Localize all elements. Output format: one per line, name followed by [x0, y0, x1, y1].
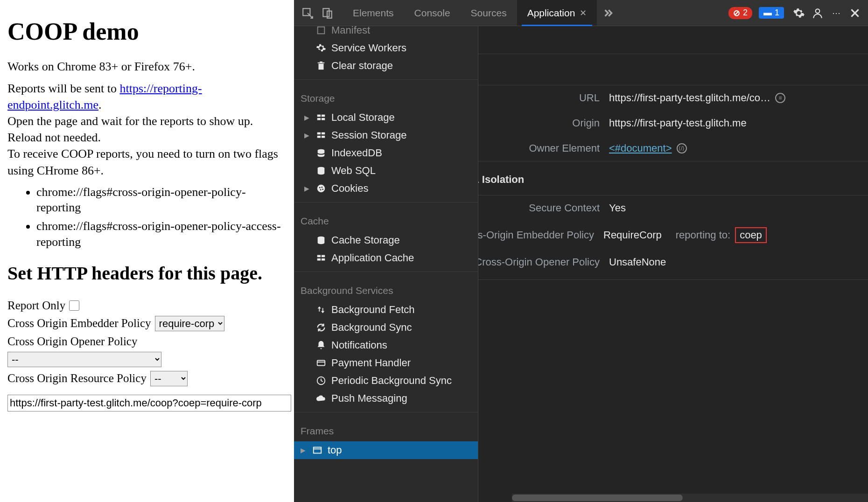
trash-icon [315, 60, 327, 71]
box-icon [315, 26, 327, 36]
devtools-tabbar: Elements Console Sources Application ✕ ⊘… [294, 0, 868, 26]
url-input[interactable] [7, 395, 291, 411]
sidebar-item-payment[interactable]: ▶ Payment Handler [294, 354, 478, 372]
coop-value: UnsafeNone [609, 256, 666, 268]
settings-icon[interactable] [791, 5, 807, 21]
chevron-right-icon: ▶ [301, 446, 307, 454]
tab-application[interactable]: Application ✕ [517, 0, 597, 26]
sidebar-item-push[interactable]: ▶ Push Messaging [294, 390, 478, 407]
svg-rect-10 [322, 132, 325, 135]
svg-rect-5 [317, 115, 321, 117]
intro-text: Works on Chrome 83+ or Firefox 76+. [7, 58, 287, 75]
svg-rect-25 [317, 361, 325, 366]
sidebar-item-indexeddb[interactable]: ▶ IndexedDB [294, 144, 478, 162]
grid-icon [315, 130, 327, 141]
sidebar-item-label: Push Messaging [331, 392, 407, 404]
sidebar-item-cookies[interactable]: ▶ Cookies [294, 180, 478, 197]
page-title: COOP demo [7, 18, 287, 45]
reveal-icon[interactable]: ≡ [775, 93, 785, 103]
sidebar-item-service-workers[interactable]: ▶ Service Workers [294, 39, 478, 57]
corp-label: Cross Origin Resource Policy [7, 372, 147, 385]
sidebar-item-label: Application Cache [331, 252, 414, 264]
flag-item: chrome://flags#cross-origin-opener-polic… [36, 218, 287, 250]
svg-rect-22 [322, 255, 325, 258]
sidebar-item-label: Cache Storage [331, 234, 400, 246]
coep-select[interactable]: require-corp [155, 316, 224, 331]
sidebar-item-label: Payment Handler [331, 357, 411, 369]
inspect-icon[interactable] [299, 4, 316, 22]
error-badge[interactable]: ⊘2 [728, 7, 752, 19]
tab-elements[interactable]: Elements [343, 0, 404, 26]
svg-rect-23 [317, 258, 321, 261]
updown-icon [315, 304, 327, 315]
more-menu-icon[interactable]: ⋯ [828, 5, 845, 21]
sidebar-item-label: Background Fetch [331, 304, 415, 316]
tab-application-label: Application [527, 7, 575, 19]
sidebar-item-label: Web SQL [331, 165, 376, 177]
receive-text: To receive COOP reports, you need to tur… [7, 147, 278, 177]
sidebar-item-notifications[interactable]: ▶ Notifications [294, 336, 478, 354]
sidebar-item-bg-fetch[interactable]: ▶ Background Fetch [294, 301, 478, 319]
reveal-icon[interactable]: ⟨/⟩ [677, 143, 687, 153]
sidebar-item-label: Background Sync [331, 321, 412, 334]
svg-rect-6 [322, 115, 325, 117]
svg-point-19 [322, 188, 323, 190]
origin-label: Origin [478, 117, 600, 129]
reports-pre: Reports will be sent to [7, 82, 119, 95]
window-icon [312, 445, 323, 456]
sidebar-item-session-storage[interactable]: ▶ Session Storage [294, 126, 478, 144]
security-section-header: urity & Isolation [478, 161, 868, 195]
svg-rect-9 [317, 132, 321, 135]
sidebar-item-label: Notifications [331, 339, 387, 351]
reports-paragraph: Reports will be sent to https://reportin… [7, 80, 287, 179]
frames-section-title: Frames [294, 417, 478, 441]
sidebar-item-local-storage[interactable]: ▶ Local Storage [294, 109, 478, 126]
sidebar-item-periodic-sync[interactable]: ▶ Periodic Background Sync [294, 372, 478, 390]
more-tabs-icon[interactable] [599, 4, 616, 22]
error-count: 2 [743, 8, 748, 18]
sidebar-item-label: Clear storage [331, 60, 393, 72]
svg-rect-24 [322, 258, 325, 261]
database-icon [315, 235, 327, 246]
card-icon [315, 357, 327, 369]
svg-point-16 [319, 187, 321, 188]
sidebar-item-frame-top[interactable]: ▶ top [294, 441, 478, 459]
sidebar-item-cache-storage[interactable]: ▶ Cache Storage [294, 231, 478, 249]
url-value: https://first-party-test.glitch.me/co… [609, 92, 770, 104]
close-devtools-icon[interactable] [847, 5, 863, 21]
issues-badge[interactable]: ▬1 [759, 7, 784, 19]
coep-value: RequireCorp [603, 229, 662, 241]
device-toggle-icon[interactable] [318, 4, 336, 22]
close-icon[interactable]: ✕ [580, 8, 587, 18]
cloud-icon [315, 393, 327, 404]
svg-rect-1 [323, 8, 329, 16]
clock-icon [315, 375, 327, 386]
sidebar-item-clear-storage[interactable]: ▶ Clear storage [294, 57, 478, 75]
horizontal-scrollbar[interactable] [512, 494, 868, 502]
grid-icon [315, 112, 327, 123]
svg-rect-21 [317, 255, 321, 258]
cache-section-title: Cache [294, 207, 478, 231]
tab-console[interactable]: Console [404, 0, 461, 26]
report-only-checkbox[interactable] [69, 300, 79, 311]
sidebar-item-application-cache[interactable]: ▶ Application Cache [294, 249, 478, 267]
open-page-text: Open the page and wait for the reports t… [7, 114, 253, 144]
corp-select[interactable]: -- [150, 371, 188, 386]
storage-section-title: Storage [294, 84, 478, 109]
coop-select[interactable]: -- [7, 352, 161, 367]
owner-element-link[interactable]: <#document> [609, 142, 672, 154]
sidebar-item-manifest[interactable]: ▶ Manifest [294, 26, 478, 39]
sidebar-item-bg-sync[interactable]: ▶ Background Sync [294, 319, 478, 336]
devtools-panel: Elements Console Sources Application ✕ ⊘… [294, 0, 868, 502]
sidebar-item-websql[interactable]: ▶ Web SQL [294, 162, 478, 180]
grid-icon [315, 252, 327, 264]
tab-sources[interactable]: Sources [461, 0, 517, 26]
report-only-label: Report Only [7, 299, 65, 312]
svg-point-3 [816, 9, 820, 13]
svg-rect-4 [318, 27, 325, 34]
svg-point-18 [320, 189, 322, 190]
sidebar-item-label: Service Workers [331, 42, 406, 54]
profile-icon[interactable] [809, 5, 826, 21]
coep-label: Cross Origin Embedder Policy [7, 317, 151, 330]
document-section-header: ument [478, 54, 868, 85]
